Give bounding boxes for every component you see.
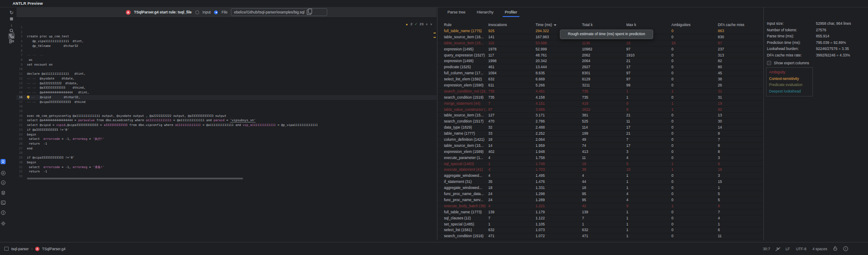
code-line[interactable]: 28: [16, 151, 437, 156]
column-header[interactable]: Total k: [582, 21, 593, 28]
code-line[interactable]: 7-- -- --: [16, 53, 437, 58]
profiler-row[interactable]: search_condition (1517)4702.78652511030: [437, 119, 763, 125]
file-radio[interactable]: [214, 10, 218, 14]
code-line[interactable]: 27end: [16, 146, 437, 151]
refresh-icon[interactable]: ↻: [8, 10, 15, 16]
tab-hierarchy[interactable]: Hierarchy: [473, 7, 498, 17]
profiler-row[interactable]: table_source_item (15...141.959741708: [437, 143, 763, 149]
code-line[interactable]: 17—— —— @vipa333333333333 dtkind: [16, 100, 437, 105]
profiler-row[interactable]: func_proc_name_data...241.29895405: [437, 191, 763, 197]
code-line[interactable]: 18: [16, 104, 437, 109]
profiler-row[interactable]: set_special (1485)11.1051101: [437, 222, 763, 228]
breadcrumb-file[interactable]: TSqlParser.g4: [42, 247, 66, 251]
code-line[interactable]: 31 select errorcode = -1, errormsg = '准备…: [16, 165, 437, 170]
profiler-row[interactable]: expression_elem (1589)4021.948413308: [437, 149, 763, 155]
code-line[interactable]: 29if @vipa333333333333 !='0': [16, 156, 437, 160]
profiler-row[interactable]: search_condition_not (15...7354.45173511…: [437, 89, 763, 95]
code-line[interactable]: 6: [16, 49, 437, 53]
profiler-row[interactable]: search_condition (1514)41.0314111: [437, 239, 763, 240]
profiler-row[interactable]: column_definition (1421)182.06449707: [437, 137, 763, 143]
code-line[interactable]: 20exec nb_com_getsysconfig @a11111111111…: [16, 114, 437, 119]
code-line[interactable]: 24begin: [16, 132, 437, 137]
profiler-row[interactable]: full_column_name (17...10948.63583019704…: [437, 70, 763, 76]
profiler-row[interactable]: table_source_item (15...1273.17138121013: [437, 113, 763, 119]
profiler-row[interactable]: full_table_name (1773)1391.179139107: [437, 209, 763, 215]
indent-setting[interactable]: 4 spaces: [812, 247, 827, 251]
input-radio[interactable]: [195, 10, 199, 14]
profiler-row[interactable]: search_condition (1519)7354.1587351031: [437, 95, 763, 101]
code-line[interactable]: 1: [16, 25, 437, 30]
notifications-icon[interactable]: !: [843, 246, 848, 251]
show-expert-columns-row[interactable]: Show expert columns: [767, 60, 809, 66]
antlr-circle-icon[interactable]: A: [1, 180, 6, 185]
code-line[interactable]: 13—— —— @a2222222222 dtdate,: [16, 81, 437, 86]
download-profile-icon[interactable]: ↓: [8, 22, 15, 28]
profiler-row[interactable]: func_proc_name_serv...241.28995405: [437, 197, 763, 203]
problems-toolwindow-icon[interactable]: [1, 210, 6, 215]
code-line[interactable]: 15—— —— @a4444444444444444 dtint,: [16, 90, 437, 95]
file-path-field[interactable]: ebelice/Github/tsql-parser/examples/big.…: [231, 8, 327, 16]
profiler-row[interactable]: data_type (1829)322.48811417014: [437, 125, 763, 131]
code-line[interactable]: 21select @a4444444444444444 = paravalue …: [16, 118, 437, 123]
profiler-row[interactable]: expression (1498)199820.342206421082: [437, 58, 763, 64]
run-toolwindow-icon[interactable]: [1, 171, 6, 176]
code-line[interactable]: 19: [16, 109, 437, 114]
prev-problem-icon[interactable]: ∧: [426, 23, 428, 26]
profiler-row[interactable]: sql_special (1483)11.74816516: [437, 161, 763, 167]
profiler-row[interactable]: table_name (1777)332.2521992109: [437, 131, 763, 137]
intention-bulb-icon[interactable]: [27, 96, 30, 98]
profiler-row[interactable]: aggregate_windowed...41.4954103: [437, 173, 763, 179]
code-line[interactable]: 16—— @vipid dtchar32,: [16, 95, 437, 100]
code-line[interactable]: 5 @p_tblname dtchar32: [16, 44, 437, 49]
expert-columns-checkbox[interactable]: [767, 61, 771, 65]
project-window-icon[interactable]: [4, 247, 9, 251]
error-stripe-mark[interactable]: [434, 37, 436, 38]
code-line[interactable]: 8 as: [16, 58, 437, 63]
code-line[interactable]: 2: [16, 30, 437, 35]
profiler-row[interactable]: if_statement (31)351.476441015: [437, 179, 763, 185]
editor-body[interactable]: 123create proc up_com_test4 @p_vipa11111…: [16, 18, 437, 240]
column-header[interactable]: Ambiguities: [671, 21, 690, 28]
profiler-row[interactable]: predicate (1525)46113.444292717080: [437, 64, 763, 70]
line-ending[interactable]: LF: [786, 247, 790, 251]
unlock-icon[interactable]: [833, 246, 837, 252]
tab-profiler[interactable]: Profiler: [501, 7, 521, 17]
profiler-row[interactable]: table_value_constructor (...873.68516228…: [437, 107, 763, 113]
error-stripe-mark[interactable]: [434, 33, 436, 33]
column-header[interactable]: Time (ms): [536, 21, 556, 28]
column-header[interactable]: Rule: [444, 21, 451, 28]
next-problem-icon[interactable]: ∨: [430, 23, 432, 26]
profiler-row[interactable]: sql_clauses (12)71.1227104: [437, 215, 763, 222]
column-header[interactable]: DFA cache miss: [718, 21, 744, 28]
code-line[interactable]: 9set nocount on: [16, 63, 437, 67]
profiler-row[interactable]: select_list_elem (1592)6326.669612997038: [437, 76, 763, 83]
code-line[interactable]: 26 return -1: [16, 142, 437, 146]
code-line[interactable]: 10: [16, 67, 437, 72]
terminal-toolwindow-icon[interactable]: [1, 200, 6, 205]
profiler-row[interactable]: aggregate_windowed...181.33118101: [437, 185, 763, 191]
antlr-preview-toolwindow-icon[interactable]: [0, 159, 6, 164]
code-line[interactable]: 30begin: [16, 160, 437, 165]
code-line[interactable]: 11declare @a1111111111111 dtint,: [16, 72, 437, 76]
profiler-row[interactable]: expression_elem (1590)6115.266321199026: [437, 83, 763, 89]
profiler-row[interactable]: execute_parameter (1...41.75811403: [437, 155, 763, 161]
profiler-row[interactable]: merge_statement (44)74.1514199119: [437, 101, 763, 107]
profiler-row[interactable]: execute_statement (41)41.7033810116: [437, 167, 763, 173]
readonly-pencil-icon[interactable]: ✎: [776, 247, 779, 251]
input-radio-label[interactable]: Input: [203, 10, 211, 14]
settings-gear-icon[interactable]: [1, 221, 6, 226]
inspections-widget[interactable]: ▲2 ✓23 ∧ ∨: [405, 22, 432, 26]
code-line[interactable]: 22select @vipid = vipid,@vipa33333333333…: [16, 123, 437, 128]
profiler-row[interactable]: query_expression (1527)11748.76120621910…: [437, 53, 763, 59]
code-line[interactable]: 32 return -1: [16, 169, 437, 174]
caret-position[interactable]: 30:7: [763, 247, 770, 251]
profiler-row[interactable]: search_condition (1516)4711.0724711011: [437, 233, 763, 239]
tab-parse-tree[interactable]: Parse tree: [444, 7, 470, 17]
profiler-row[interactable]: expression (1495)197852.99910982970237: [437, 46, 763, 53]
stop-icon[interactable]: [8, 16, 15, 22]
horizontal-scrollbar[interactable]: [27, 178, 243, 179]
code-line[interactable]: 25 select errorcode = -1, errormsg = '执行…: [16, 137, 437, 142]
profiler-row[interactable]: table_source_item (15...11653.6861136151…: [437, 40, 763, 46]
breadcrumb-project[interactable]: tsql-parser: [11, 247, 29, 251]
code-line[interactable]: 12—— —— @sysdate dtdate,: [16, 76, 437, 81]
